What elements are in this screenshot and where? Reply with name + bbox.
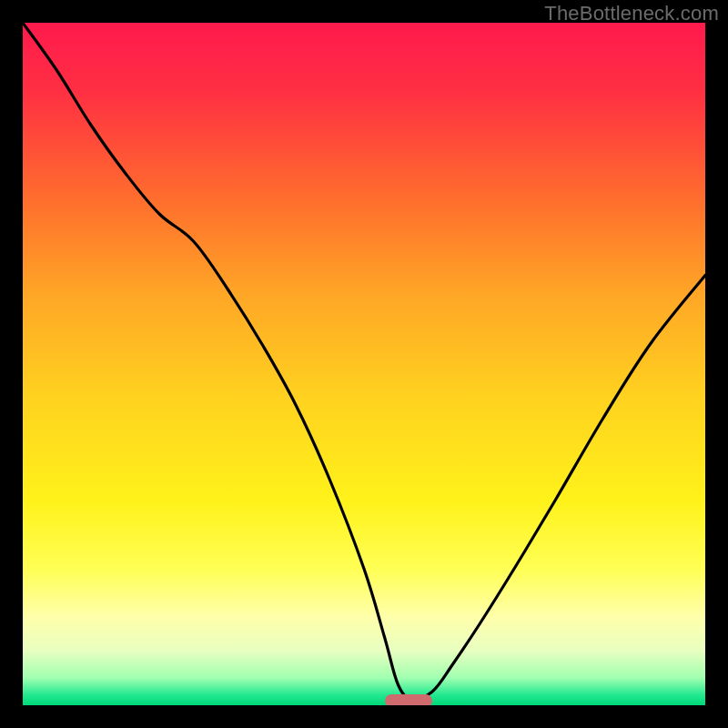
watermark-text: TheBottleneck.com <box>544 2 719 25</box>
optimal-range-marker <box>385 694 433 705</box>
bottleneck-curve <box>23 23 705 705</box>
outer-frame: TheBottleneck.com <box>0 0 728 728</box>
plot-area <box>23 23 705 705</box>
